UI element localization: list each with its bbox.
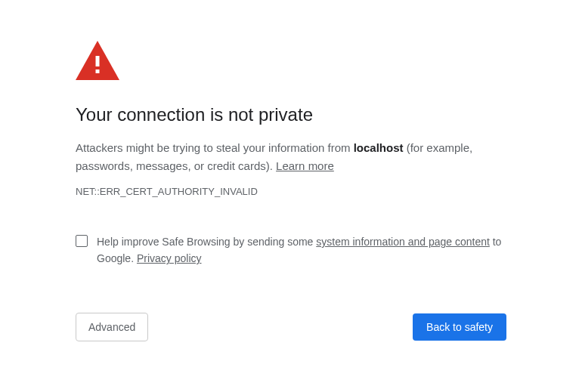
warning-description: Attackers might be trying to steal your … bbox=[76, 139, 506, 175]
system-info-link[interactable]: system information and page content bbox=[316, 236, 490, 248]
hostname: localhost bbox=[354, 141, 404, 154]
back-to-safety-button[interactable]: Back to safety bbox=[413, 313, 506, 341]
warning-triangle-icon bbox=[76, 41, 506, 83]
page-title: Your connection is not private bbox=[76, 104, 506, 125]
advanced-button[interactable]: Advanced bbox=[76, 313, 148, 341]
privacy-policy-link[interactable]: Privacy policy bbox=[137, 252, 202, 264]
button-row: Advanced Back to safety bbox=[76, 313, 506, 341]
svg-rect-2 bbox=[96, 69, 100, 73]
error-code: NET::ERR_CERT_AUTHORITY_INVALID bbox=[76, 186, 506, 197]
description-prefix: Attackers might be trying to steal your … bbox=[76, 141, 354, 154]
safe-browsing-opt-in: Help improve Safe Browsing by sending so… bbox=[76, 233, 506, 267]
opt-in-text: Help improve Safe Browsing by sending so… bbox=[97, 233, 506, 267]
opt-in-prefix: Help improve Safe Browsing by sending so… bbox=[97, 236, 316, 248]
opt-in-checkbox[interactable] bbox=[76, 235, 88, 247]
learn-more-link[interactable]: Learn more bbox=[276, 159, 334, 172]
svg-rect-1 bbox=[96, 56, 100, 66]
